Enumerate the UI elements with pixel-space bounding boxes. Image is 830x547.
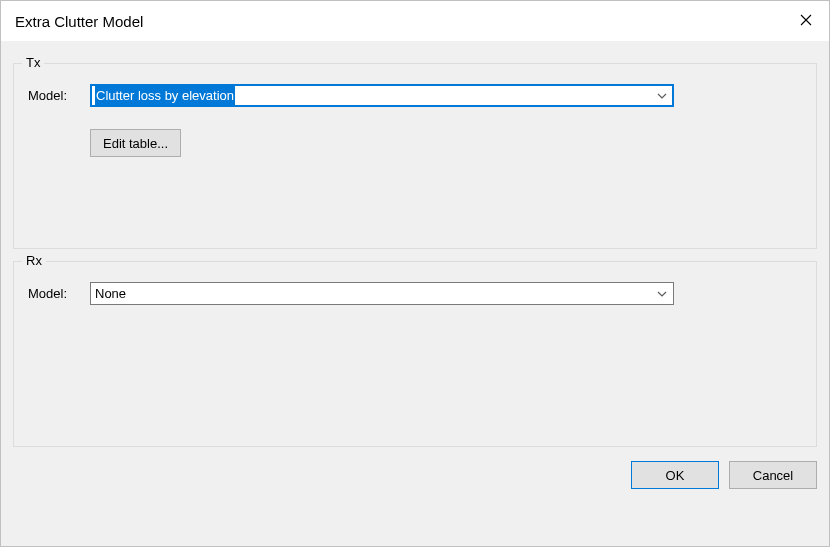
tx-edit-wrap: Edit table... [90,129,802,157]
rx-model-label: Model: [28,286,80,301]
tx-group: Tx Model: Clutter loss by elevation Edit… [13,63,817,249]
rx-model-row: Model: None [28,282,802,305]
chevron-down-icon [657,93,667,99]
client-area: Tx Model: Clutter loss by elevation Edit… [1,41,829,546]
tx-model-row: Model: Clutter loss by elevation [28,84,802,107]
window-title: Extra Clutter Model [15,13,783,30]
close-button[interactable] [783,1,829,41]
ok-button[interactable]: OK [631,461,719,489]
rx-model-select[interactable]: None [90,282,674,305]
dialog-window: Extra Clutter Model Tx Model: Clutter lo… [0,0,830,547]
rx-legend: Rx [22,253,46,268]
tx-model-select[interactable]: Clutter loss by elevation [90,84,674,107]
titlebar: Extra Clutter Model [1,1,829,41]
chevron-down-icon [657,291,667,297]
cancel-button[interactable]: Cancel [729,461,817,489]
tx-legend: Tx [22,55,44,70]
edit-table-button[interactable]: Edit table... [90,129,181,157]
dialog-footer: OK Cancel [13,447,817,489]
close-icon [800,14,812,29]
rx-model-value: None [95,284,126,303]
rx-group: Rx Model: None [13,261,817,447]
tx-model-value: Clutter loss by elevation [95,86,235,105]
tx-model-label: Model: [28,88,80,103]
